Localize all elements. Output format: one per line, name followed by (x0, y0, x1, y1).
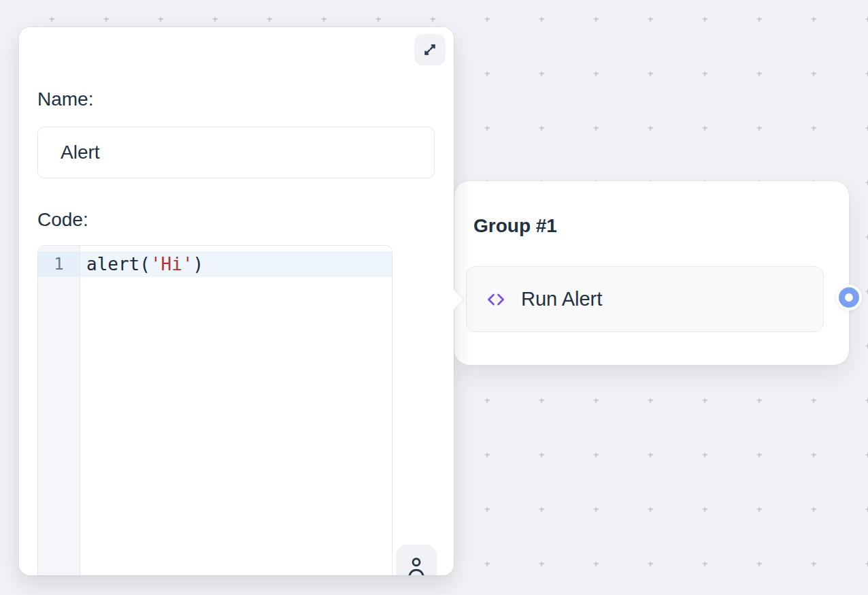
grid-dot (757, 398, 762, 403)
grid-dot (213, 17, 218, 22)
grid-dot (648, 398, 653, 403)
grid-dot (866, 17, 868, 22)
grid-dot (866, 507, 868, 512)
grid-dot (104, 17, 109, 22)
code-area[interactable]: alert('Hi') (80, 246, 392, 575)
grid-dot (866, 453, 868, 457)
grid-dot (866, 398, 868, 403)
grid-dot (866, 235, 868, 240)
name-label: Name: (37, 86, 93, 113)
grid-dot (648, 17, 653, 22)
grid-dot (594, 562, 599, 566)
grid-dot (703, 126, 707, 131)
grid-dot (648, 71, 653, 76)
grid-dot (485, 562, 490, 566)
grid-dot (757, 507, 762, 512)
grid-dot (322, 17, 327, 22)
grid-dot (158, 17, 163, 22)
grid-dot (757, 453, 762, 457)
grid-dot (703, 507, 707, 512)
grid-dot (485, 126, 490, 131)
grid-dot (539, 71, 544, 76)
grid-dot (703, 453, 707, 457)
code-brackets-icon (484, 288, 507, 311)
grid-dot (703, 71, 707, 76)
group-card[interactable]: Group #1 Run Alert (454, 181, 849, 365)
grid-dot (539, 398, 544, 403)
user-button[interactable] (396, 545, 437, 575)
grid-dot (703, 17, 707, 22)
grid-dot (539, 17, 544, 22)
grid-dot (812, 562, 816, 566)
grid-dot (866, 562, 868, 566)
grid-dot (539, 562, 544, 566)
code-token: ) (193, 254, 204, 274)
grid-dot (648, 507, 653, 512)
grid-dot (50, 17, 54, 22)
line-number: 1 (38, 251, 80, 277)
group-title: Group #1 (473, 211, 557, 241)
code-token: alert( (86, 254, 150, 274)
node-run-alert[interactable]: Run Alert (466, 266, 824, 332)
grid-dot (485, 507, 490, 512)
grid-dot (757, 71, 762, 76)
code-label: Code: (37, 206, 88, 234)
code-editor[interactable]: 1 alert('Hi') (37, 245, 393, 575)
name-input[interactable] (37, 127, 435, 178)
grid-dot (648, 126, 653, 131)
node-label: Run Alert (521, 288, 602, 310)
grid-dot (812, 453, 816, 457)
grid-dot (757, 562, 762, 566)
grid-dot (539, 453, 544, 457)
grid-dot (812, 71, 816, 76)
grid-dot (812, 126, 816, 131)
expand-diagonal-arrows-icon (422, 42, 438, 58)
grid-dot (539, 126, 544, 131)
grid-dot (594, 507, 599, 512)
grid-dot (267, 17, 272, 22)
person-outline-icon (404, 554, 429, 575)
grid-dot (648, 453, 653, 457)
grid-dot (866, 71, 868, 76)
grid-dot (485, 398, 490, 403)
code-line-1: alert('Hi') (80, 251, 392, 277)
line-number-gutter: 1 (38, 246, 80, 575)
grid-dot (594, 71, 599, 76)
grid-dot (376, 17, 381, 22)
grid-dot (485, 453, 490, 457)
grid-dot (703, 562, 707, 566)
expand-button[interactable] (414, 34, 446, 65)
grid-dot (812, 398, 816, 403)
flow-canvas[interactable]: Group #1 Run Alert Name: (0, 0, 868, 595)
grid-dot (866, 126, 868, 131)
grid-dot (648, 562, 653, 566)
grid-dot (539, 507, 544, 512)
grid-dot (485, 71, 490, 76)
node-output-handle[interactable] (839, 287, 859, 308)
grid-dot (866, 180, 868, 185)
code-token-string: 'Hi' (150, 254, 193, 274)
grid-dot (594, 126, 599, 131)
grid-dot (866, 344, 868, 349)
grid-dot (594, 398, 599, 403)
grid-dot (703, 398, 707, 403)
handle-halo (836, 285, 862, 310)
grid-dot (812, 507, 816, 512)
grid-dot (812, 17, 816, 22)
grid-dot (431, 17, 435, 22)
grid-dot (485, 17, 490, 22)
panel-body: Name: Code: 1 alert('Hi') (19, 27, 454, 575)
grid-dot (757, 17, 762, 22)
grid-dot (594, 453, 599, 457)
grid-dot (594, 17, 599, 22)
grid-dot (757, 126, 762, 131)
node-editor-panel: Name: Code: 1 alert('Hi') (19, 27, 454, 575)
grid-dot (866, 289, 868, 294)
